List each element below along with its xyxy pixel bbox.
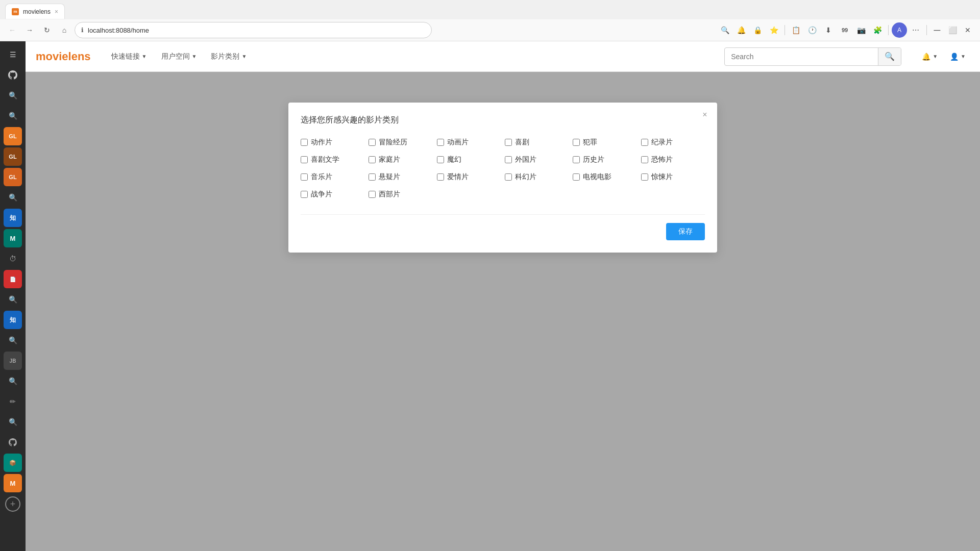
m-ext-1[interactable]: M xyxy=(4,229,22,247)
search-ext-3[interactable]: 🔍 xyxy=(4,188,22,207)
sidebar-menu-icon[interactable]: ☰ xyxy=(4,45,22,64)
genre-checkbox-documentary[interactable] xyxy=(641,139,648,146)
genre-checkbox-thriller[interactable] xyxy=(641,173,648,181)
back-button[interactable]: ← xyxy=(5,23,19,37)
genre-item-western[interactable]: 西部片 xyxy=(369,190,432,199)
genre-label-mystery: 悬疑片 xyxy=(379,172,400,182)
github-sidebar-icon[interactable] xyxy=(4,66,22,84)
add-extension-button[interactable]: + xyxy=(5,496,20,512)
genre-checkbox-fantasy[interactable] xyxy=(437,156,444,163)
genre-item-action[interactable]: 动作片 xyxy=(301,138,364,147)
page-body: 选择您所感兴趣的影片类别 × 动作片冒险经历动画片喜剧犯罪纪录片喜剧文学家庭片魔… xyxy=(26,72,980,551)
settings-more-icon[interactable]: ⋯ xyxy=(908,22,923,38)
genre-item-adventure[interactable]: 冒险经历 xyxy=(369,138,432,147)
genre-item-romance[interactable]: 爱情片 xyxy=(437,172,501,182)
search-ext-6[interactable]: 🔍 xyxy=(4,372,22,390)
user-space-chevron: ▼ xyxy=(192,54,197,59)
genre-item-war[interactable]: 战争片 xyxy=(301,190,364,199)
nav-genre[interactable]: 影片类别 ▼ xyxy=(206,49,252,64)
search-ext-1[interactable]: 🔍 xyxy=(4,86,22,105)
user-menu-button[interactable]: 👤 ▼ xyxy=(946,49,970,64)
active-tab[interactable]: m movielens × xyxy=(5,4,65,19)
nav-right: 🔔 ▼ 👤 ▼ xyxy=(918,49,970,64)
genre-item-family[interactable]: 家庭片 xyxy=(369,155,432,164)
screenshot-icon[interactable]: 📷 xyxy=(853,22,869,38)
collections-icon[interactable]: 📋 xyxy=(788,22,803,38)
genre-item-comedy[interactable]: 喜剧 xyxy=(505,138,569,147)
zhi-ext-2[interactable]: 知 xyxy=(4,311,22,329)
modal-close-button[interactable]: × xyxy=(699,109,711,121)
pdf-ext[interactable]: 📄 xyxy=(4,270,22,288)
genre-item-animation[interactable]: 动画片 xyxy=(437,138,501,147)
translate-icon[interactable]: 🔔 xyxy=(733,22,749,38)
genre-checkbox-history[interactable] xyxy=(573,156,580,163)
search-button[interactable]: 🔍 xyxy=(878,48,901,65)
nav-quick-links[interactable]: 快速链接 ▼ xyxy=(106,49,152,64)
genre-item-foreign[interactable]: 外国片 xyxy=(505,155,569,164)
edit-ext[interactable]: ✏ xyxy=(4,392,22,411)
history-icon[interactable]: 🕐 xyxy=(804,22,820,38)
genre-item-mystery[interactable]: 悬疑片 xyxy=(369,172,432,182)
genre-checkbox-mystery[interactable] xyxy=(369,173,376,181)
genre-item-tv_movie[interactable]: 电视电影 xyxy=(573,172,636,182)
genre-item-horror[interactable]: 恐怖片 xyxy=(641,155,705,164)
gl-ext-3[interactable]: GL xyxy=(4,168,22,186)
genre-item-fantasy[interactable]: 魔幻 xyxy=(437,155,501,164)
notification-button[interactable]: 🔔 ▼ xyxy=(918,49,942,64)
genre-checkbox-animation[interactable] xyxy=(437,139,444,146)
genre-checkbox-foreign[interactable] xyxy=(505,156,512,163)
genre-checkbox-comedy_lit[interactable] xyxy=(301,156,308,163)
reader-icon[interactable]: 🔒 xyxy=(750,22,765,38)
search-ext-5[interactable]: 🔍 xyxy=(4,331,22,349)
genre-checkbox-family[interactable] xyxy=(369,156,376,163)
bookmark-icon[interactable]: ⭐ xyxy=(766,22,781,38)
genre-item-scifi[interactable]: 科幻片 xyxy=(505,172,569,182)
box-ext[interactable]: 📦 xyxy=(4,454,22,472)
gl-ext-2[interactable]: GL xyxy=(4,147,22,166)
forward-button[interactable]: → xyxy=(22,23,37,37)
genre-item-history[interactable]: 历史片 xyxy=(573,155,636,164)
download-icon[interactable]: ⬇ xyxy=(821,22,836,38)
genre-checkbox-adventure[interactable] xyxy=(369,139,376,146)
genre-checkbox-horror[interactable] xyxy=(641,156,648,163)
genre-item-comedy_lit[interactable]: 喜剧文学 xyxy=(301,155,364,164)
genre-checkbox-music[interactable] xyxy=(301,173,308,181)
search-input[interactable] xyxy=(725,49,878,64)
tab-close[interactable]: × xyxy=(55,8,58,15)
close-button[interactable]: ✕ xyxy=(961,23,975,37)
url-input[interactable] xyxy=(88,27,425,34)
genre-checkbox-western[interactable] xyxy=(369,191,376,198)
genre-item-documentary[interactable]: 纪录片 xyxy=(641,138,705,147)
save-button[interactable]: 保存 xyxy=(666,223,705,240)
genre-checkbox-action[interactable] xyxy=(301,139,308,146)
profile-icon[interactable]: A xyxy=(892,22,907,38)
genre-checkbox-crime[interactable] xyxy=(573,139,580,146)
m-ext-2[interactable]: M xyxy=(4,474,22,492)
zhi-ext-1[interactable]: 知 xyxy=(4,209,22,227)
home-button[interactable]: ⌂ xyxy=(57,23,71,37)
genre-checkbox-war[interactable] xyxy=(301,191,308,198)
jb-ext[interactable]: JB xyxy=(4,352,22,370)
genre-label-foreign: 外国片 xyxy=(515,155,536,164)
genre-item-music[interactable]: 音乐片 xyxy=(301,172,364,182)
nav-user-space[interactable]: 用户空间 ▼ xyxy=(156,49,202,64)
nav-menu: 快速链接 ▼ 用户空间 ▼ 影片类别 ▼ xyxy=(106,49,252,64)
minimize-button[interactable]: ─ xyxy=(930,23,944,37)
genre-checkbox-tv_movie[interactable] xyxy=(573,173,580,181)
maximize-button[interactable]: ⬜ xyxy=(945,23,960,37)
favorites-badge-icon[interactable]: 99 xyxy=(837,22,852,38)
extensions-icon[interactable]: 🧩 xyxy=(870,22,885,38)
genre-checkbox-romance[interactable] xyxy=(437,173,444,181)
search-ext-4[interactable]: 🔍 xyxy=(4,290,22,309)
clock-ext[interactable]: ⏱ xyxy=(4,249,22,268)
genre-item-crime[interactable]: 犯罪 xyxy=(573,138,636,147)
genre-item-thriller[interactable]: 惊悚片 xyxy=(641,172,705,182)
reload-button[interactable]: ↻ xyxy=(40,23,54,37)
genre-checkbox-comedy[interactable] xyxy=(505,139,512,146)
browser-search-icon[interactable]: 🔍 xyxy=(717,22,732,38)
github-ext-2[interactable] xyxy=(4,433,22,452)
gl-ext-1[interactable]: GL xyxy=(4,127,22,145)
genre-checkbox-scifi[interactable] xyxy=(505,173,512,181)
search-ext-7[interactable]: 🔍 xyxy=(4,413,22,431)
search-ext-2[interactable]: 🔍 xyxy=(4,107,22,125)
